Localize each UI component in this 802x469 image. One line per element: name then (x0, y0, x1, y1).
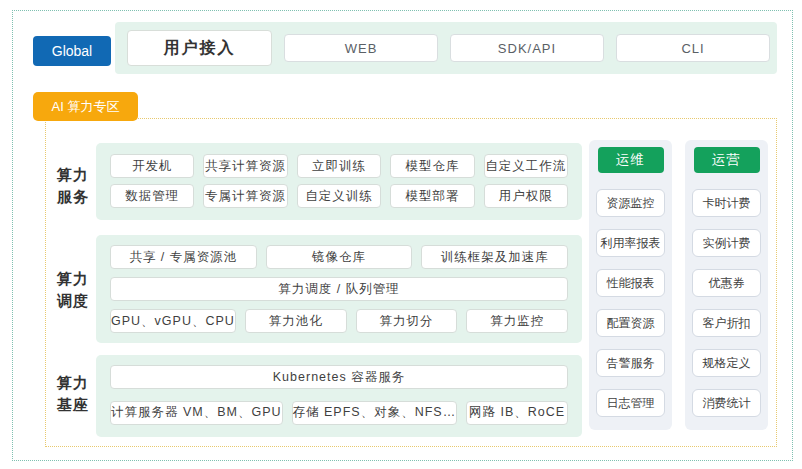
architecture-diagram: Global 用户接入 WEBSDK/APICLI AI 算力专区 算力服务 算… (0, 0, 802, 469)
side-item: 消费统计 (692, 389, 761, 417)
global-badge: Global (33, 36, 111, 66)
side-item: 利用率报表 (596, 229, 665, 257)
layer-label-line: 算力 (51, 164, 95, 186)
diagram-cell: GPU、vGPU、CPU (110, 309, 236, 333)
side-column-biz: 运营卡时计费实例计费优惠券客户折扣规格定义消费统计 (685, 140, 768, 430)
diagram-cell: 算力切分 (356, 309, 458, 333)
diagram-cell: 网路 IB、RoCE (466, 401, 568, 425)
layer-label-line: 算力 (51, 372, 95, 394)
cell-row: 开发机共享计算资源立即训练模型仓库自定义工作流 (110, 154, 568, 178)
diagram-cell: 算力池化 (245, 309, 347, 333)
panel-scheduling: 共享 / 专属资源池镜像仓库训练框架及加速库算力调度 / 队列管理GPU、vGP… (96, 235, 582, 343)
layer-label-services: 算力服务 (51, 164, 95, 208)
diagram-cell: 专属计算资源 (203, 184, 287, 208)
diagram-cell: Kubernetes 容器服务 (110, 365, 568, 389)
diagram-cell: 用户权限 (484, 184, 568, 208)
ai-zone-badge: AI 算力专区 (33, 92, 138, 121)
cell-row: 算力调度 / 队列管理 (110, 277, 568, 301)
cell-row: 数据管理专属计算资源自定义训练模型部署用户权限 (110, 184, 568, 208)
side-column-title: 运营 (694, 147, 760, 173)
diagram-cell: 模型仓库 (390, 154, 474, 178)
diagram-cell: 数据管理 (110, 184, 194, 208)
side-item: 资源监控 (596, 189, 665, 217)
channel-box: SDK/API (450, 34, 604, 62)
panel-base: Kubernetes 容器服务计算服务器 VM、BM、GPU存储 EPFS、对象… (96, 355, 582, 437)
layer-label-line: 算力 (51, 268, 95, 290)
panel-services: 开发机共享计算资源立即训练模型仓库自定义工作流数据管理专属计算资源自定义训练模型… (96, 143, 582, 220)
side-item: 实例计费 (692, 229, 761, 257)
side-item: 配置资源 (596, 309, 665, 337)
layer-label-line: 调度 (51, 290, 95, 312)
channel-box: WEB (284, 34, 438, 62)
layer-label-line: 基座 (51, 394, 95, 416)
user-access-box: 用户接入 (127, 30, 272, 66)
diagram-cell: 自定义工作流 (484, 154, 568, 178)
side-column-title: 运维 (598, 147, 664, 173)
layer-label-scheduling: 算力调度 (51, 268, 95, 312)
diagram-cell: 存储 EPFS、对象、NFS… (292, 401, 458, 425)
side-column-ops: 运维资源监控利用率报表性能报表配置资源告警服务日志管理 (589, 140, 672, 430)
diagram-cell: 算力监控 (466, 309, 568, 333)
diagram-cell: 模型部署 (390, 184, 474, 208)
cell-row: GPU、vGPU、CPU算力池化算力切分算力监控 (110, 309, 568, 333)
diagram-cell: 训练框架及加速库 (421, 245, 568, 269)
cell-row: Kubernetes 容器服务 (110, 365, 568, 392)
diagram-cell: 计算服务器 VM、BM、GPU (110, 401, 283, 425)
diagram-cell: 开发机 (110, 154, 194, 178)
channel-box: CLI (616, 34, 770, 62)
side-item: 客户折扣 (692, 309, 761, 337)
diagram-cell: 自定义训练 (297, 184, 381, 208)
side-item: 告警服务 (596, 349, 665, 377)
side-item: 日志管理 (596, 389, 665, 417)
diagram-cell: 立即训练 (297, 154, 381, 178)
layer-label-line: 服务 (51, 186, 95, 208)
diagram-cell: 共享计算资源 (203, 154, 287, 178)
layer-label-base: 算力基座 (51, 372, 95, 416)
cell-row: 共享 / 专属资源池镜像仓库训练框架及加速库 (110, 245, 568, 269)
side-item: 优惠券 (692, 269, 761, 297)
side-item: 规格定义 (692, 349, 761, 377)
diagram-cell: 共享 / 专属资源池 (110, 245, 257, 269)
cell-row: 计算服务器 VM、BM、GPU存储 EPFS、对象、NFS…网路 IB、RoCE (110, 401, 568, 428)
diagram-cell: 镜像仓库 (266, 245, 413, 269)
side-item: 卡时计费 (692, 189, 761, 217)
diagram-cell: 算力调度 / 队列管理 (110, 277, 568, 301)
user-access-band: 用户接入 WEBSDK/APICLI (115, 22, 777, 74)
side-item: 性能报表 (596, 269, 665, 297)
